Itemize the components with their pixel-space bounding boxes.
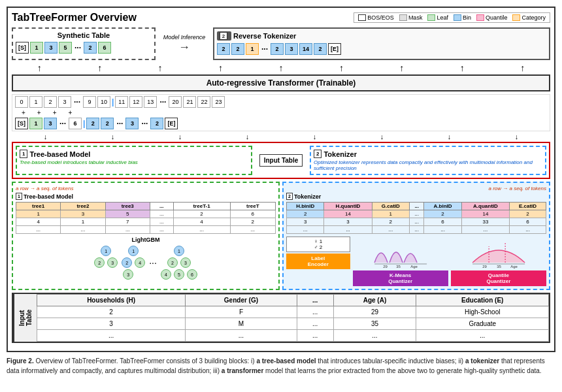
node-n1-1: 1 [174, 246, 184, 256]
reverse-token-row: 2 2 1 ··· 2 3 14 2 [E] [217, 43, 546, 55]
td-edu-1: High-School [416, 306, 549, 318]
legend-quantile: Quantile [476, 14, 508, 21]
model-inference-label: Model Inference [163, 34, 206, 41]
td-h-1: 2 [37, 306, 186, 318]
num-12: 12 [129, 96, 142, 108]
input-row-3: ... ... ... ... ... [37, 330, 549, 342]
category-box [512, 14, 520, 21]
td-1-2: 3 [61, 210, 105, 218]
bt-1: 1 [29, 118, 42, 129]
token-dots: ··· [74, 43, 81, 52]
tok-3-5: ... [461, 226, 509, 234]
num-23: 23 [212, 96, 225, 108]
node-1-1: 1 [101, 246, 111, 256]
bos-label: BOS/EOS [367, 14, 394, 21]
tok-1-5: 14 [461, 210, 509, 218]
tokenizer-badge: 2 [314, 150, 322, 158]
top-section: Synthetic Table [S] 1 3 5 ··· 2 6 Model … [12, 27, 550, 60]
bt-dots: ··· [59, 119, 66, 128]
tok-row-label: a row → a seq. of tokens [286, 186, 546, 191]
caption-bold-3: a transformer [222, 367, 263, 374]
th-age: Age (A) [333, 295, 416, 306]
kmeans-svg: 29 35 Age [353, 237, 448, 269]
node-2-2a: 2 [122, 257, 132, 268]
td-e1-3: ... [297, 330, 333, 342]
tree-n1-row2: 2 3 [167, 257, 191, 268]
tok-detail-label: Tokenizer [294, 193, 321, 200]
bt-3: 3 [44, 118, 57, 129]
main-diagram: TabTreeFormer Overview BOS/EOS Mask Leaf… [7, 7, 555, 352]
leaf-box [427, 14, 435, 21]
bt-dots3: ··· [141, 119, 148, 128]
node-2-2b: 4 [135, 257, 145, 268]
legend: BOS/EOS Mask Leaf Bin Quantile Category [354, 12, 550, 23]
th-tok-dots: ... [410, 203, 424, 210]
tree-row-3: ... ... ... ... ... ... [16, 226, 276, 234]
node-1-2a: 2 [94, 257, 105, 268]
input-header-row: Households (H) Gender (G) ... Age (A) Ed… [37, 295, 549, 306]
dn-arrow-4: ↓ [246, 133, 250, 140]
token-2: 2 [84, 42, 97, 54]
category-label: Category [521, 14, 546, 21]
up-arrow-2: ↑ [97, 63, 102, 73]
th-gender: Gender (G) [186, 295, 297, 306]
td-h-3: ... [37, 330, 186, 342]
female-symbol: ♀ 1 [288, 238, 348, 244]
num-22: 22 [197, 96, 210, 108]
tokenizer-box: 2 Tokenizer Optimized tokenizer represen… [310, 146, 546, 175]
node-2-1: 1 [128, 246, 139, 256]
tree-col-header: tree1 tree2 tree3 ... treeT-1 treeT [16, 203, 276, 210]
num-1: 1 [29, 96, 42, 108]
th-dots: ... [150, 203, 173, 210]
td-a-2: 35 [333, 318, 416, 330]
svg-text:29: 29 [482, 265, 487, 269]
node-1-2b: 3 [107, 257, 118, 268]
dn-arrow-5: ↓ [313, 133, 317, 140]
plus3: + [53, 109, 57, 116]
model-inference-section: Model Inference → [158, 27, 210, 60]
td-3-T1: ... [173, 226, 230, 234]
tok-row-1: 2 14 1 ... 2 14 2 [287, 210, 546, 218]
tokenizer-detail-box: a row → a seq. of tokens 2 Tokenizer H.b… [282, 182, 550, 290]
mask-box [399, 14, 407, 21]
td-1-T1: 2 [173, 210, 230, 218]
plus2: + [37, 109, 41, 116]
legend-mask: Mask [399, 14, 423, 21]
td-1-dots: ... [150, 210, 173, 218]
arrows-row: ↑ ↑ ↑ ↑ ↑ ↑ ↑ ↑ ↑ [12, 63, 550, 73]
reverse-tokenizer-box: 2 Reverse Tokenizer 2 2 1 ··· 2 3 14 2 [… [213, 27, 550, 60]
bt-2c: 2 [150, 118, 163, 129]
th-households: Households (H) [37, 295, 186, 306]
tree-row-label: a row → a seq. of tokens [16, 186, 276, 191]
caption-text-1: Overview of TabTreeFormer. TabTreeFormer… [35, 357, 256, 365]
trees-viz: 1 2 3 1 2 4 3 ··· [16, 243, 276, 282]
td-3-dots: ... [150, 226, 173, 234]
num-dots1: ··· [74, 97, 80, 106]
tok-3-dots: ... [410, 226, 424, 234]
tree-model-box: 1 Tree-based Model Tree-based model intr… [16, 146, 252, 175]
main-title: TabTreeFormer Overview [12, 12, 137, 24]
tok-detail-header: 2 Tokenizer [286, 193, 546, 200]
quantile-svg: 29 35 Age [451, 237, 546, 269]
label-encoder-label: LabelEncoder [286, 253, 350, 269]
quantile-label: QuantileQuantizer [451, 270, 546, 286]
th-tree3: tree3 [105, 203, 150, 210]
tree-data-table: tree1 tree2 tree3 ... treeT-1 treeT 1 3 … [16, 202, 276, 234]
token-6: 6 [98, 42, 111, 54]
gender-symbols: ♀ 1 ♂ 2 [286, 237, 350, 252]
node-n1-2b: 3 [180, 257, 191, 268]
td-2-3: 7 [105, 218, 150, 226]
tok-2-1: 3 [287, 218, 324, 226]
legend-category: Category [512, 14, 546, 21]
node-n1-2a: 2 [167, 257, 178, 268]
tok-1-6: 2 [510, 210, 546, 218]
th-AquantID: A.quantID [461, 203, 509, 210]
reverse-tokenizer-header: 2 Reverse Tokenizer [217, 31, 546, 41]
quantile-box [476, 14, 484, 21]
tree-detail-box: a row → a seq. of tokens 1 Tree-based Mo… [12, 182, 280, 290]
tok-row-3: ... ... ... ... ... ... ... [287, 226, 546, 234]
numbers-section: 0 1 2 3 ··· 9 10 | 11 12 13 ··· 20 21 22… [12, 94, 550, 131]
legend-leaf: Leaf [427, 14, 448, 21]
num-2: 2 [44, 96, 57, 108]
th-GcatID: G.catID [372, 203, 409, 210]
